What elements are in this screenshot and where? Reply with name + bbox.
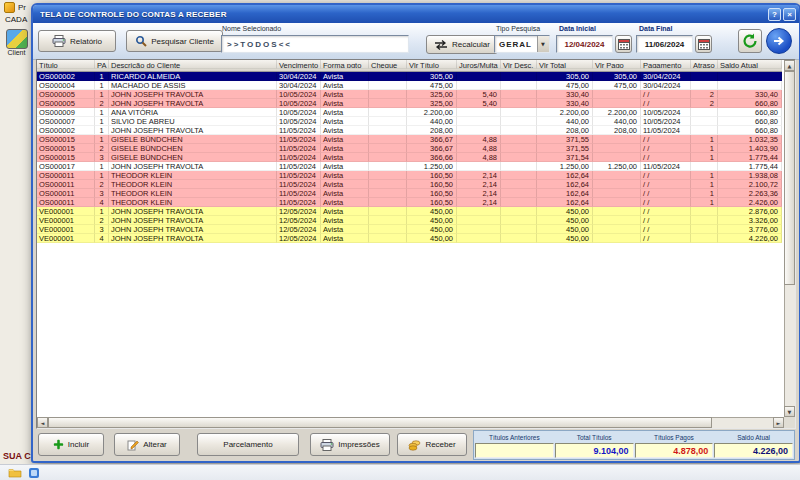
column-header[interactable]: Pagamento xyxy=(641,60,691,69)
column-header[interactable]: Atraso xyxy=(691,60,718,69)
cell: Avista xyxy=(321,90,369,99)
vertical-scroll-thumb[interactable] xyxy=(784,71,795,285)
installments-button[interactable]: Parcelamento xyxy=(197,433,299,456)
horizontal-scrollbar[interactable]: ◄ ► xyxy=(37,417,784,428)
column-header[interactable]: Cheque xyxy=(369,60,407,69)
cell: 11/05/2024 xyxy=(277,153,321,162)
cell: 2.100,72 xyxy=(718,180,782,189)
cell xyxy=(369,171,407,180)
cell: 450,00 xyxy=(407,225,457,234)
include-button[interactable]: Incluir xyxy=(38,433,104,456)
column-header[interactable]: PA xyxy=(95,60,109,69)
table-row[interactable]: OS0000152GISELE BÜNDCHEN11/05/2024Avista… xyxy=(37,144,782,153)
column-header[interactable]: Juros/Multa xyxy=(457,60,501,69)
table-row[interactable]: OS0000071SILVIO DE ABREU10/05/2024Avista… xyxy=(37,117,782,126)
cell xyxy=(501,189,537,198)
taskbar[interactable] xyxy=(0,464,800,480)
cell: 1 xyxy=(95,135,109,144)
cell: 1.250,00 xyxy=(593,162,641,171)
cell xyxy=(691,72,718,81)
cell: 475,00 xyxy=(407,81,457,90)
column-header[interactable]: Título xyxy=(37,60,95,69)
cell xyxy=(501,126,537,135)
table-row[interactable]: OS0000021RICARDO ALMEIDA30/04/2024Avista… xyxy=(37,72,782,81)
app-taskbar-icon[interactable] xyxy=(28,467,40,479)
scroll-left-button[interactable]: ◄ xyxy=(37,417,48,428)
cell xyxy=(369,189,407,198)
table-row[interactable]: OS0000021JOHN JOSEPH TRAVOLTA11/05/2024A… xyxy=(37,126,782,135)
vertical-scrollbar[interactable]: ▲ ▼ xyxy=(784,60,795,417)
column-header[interactable]: Saldo Atual xyxy=(718,60,782,69)
table-row[interactable]: VE0000011JOHN JOSEPH TRAVOLTA12/05/2024A… xyxy=(37,207,782,216)
alter-button[interactable]: Alterar xyxy=(114,433,180,456)
receive-button[interactable]: Receber xyxy=(397,433,467,456)
column-header[interactable]: Forma pgto xyxy=(321,60,369,69)
table-row[interactable]: VE0000013JOHN JOSEPH TRAVOLTA12/05/2024A… xyxy=(37,225,782,234)
table-row[interactable]: OS0000052JOHN JOSEPH TRAVOLTA10/05/2024A… xyxy=(37,99,782,108)
cell xyxy=(691,126,718,135)
cell: 1 xyxy=(691,180,718,189)
end-date-input[interactable]: 11/06/2024 xyxy=(636,35,693,53)
search-client-button[interactable]: Pesquisar Cliente xyxy=(126,30,223,52)
cell: 2 xyxy=(95,216,109,225)
selected-name-input[interactable]: >>TODOS<< xyxy=(221,35,409,53)
cell: 1.938,08 xyxy=(718,171,782,180)
table-row[interactable]: OS0000111THEODOR KLEIN11/05/2024Avista16… xyxy=(37,171,782,180)
cell xyxy=(369,234,407,243)
scroll-right-button[interactable]: ► xyxy=(773,417,784,428)
column-header[interactable]: Vlr Pago xyxy=(593,60,641,69)
cell xyxy=(369,90,407,99)
refresh-button[interactable] xyxy=(738,29,762,53)
column-header[interactable]: Vlr Desc. xyxy=(501,60,537,69)
cell: 4 xyxy=(95,234,109,243)
cell: 660,80 xyxy=(718,108,782,117)
column-header[interactable]: Descrição do Cliente xyxy=(109,60,277,69)
help-button[interactable]: ? xyxy=(768,8,781,21)
scroll-down-button[interactable]: ▼ xyxy=(784,406,795,417)
chevron-down-icon[interactable]: ▼ xyxy=(537,36,549,52)
cell xyxy=(501,144,537,153)
table-row[interactable]: OS0000151GISELE BÜNDCHEN11/05/2024Avista… xyxy=(37,135,782,144)
column-header[interactable]: Vlr Título xyxy=(407,60,457,69)
column-header[interactable]: Vlr Total xyxy=(537,60,593,69)
search-type-select[interactable]: GERAL ▼ xyxy=(494,35,550,53)
report-button[interactable]: Relatório xyxy=(38,30,116,52)
print-button[interactable]: Impressões xyxy=(310,433,390,456)
table-row[interactable]: OS0000153GISELE BÜNDCHEN11/05/2024Avista… xyxy=(37,153,782,162)
end-date-calendar-button[interactable] xyxy=(695,35,712,53)
table-row[interactable]: OS0000112THEODOR KLEIN11/05/2024Avista16… xyxy=(37,180,782,189)
end-date-label: Data Final xyxy=(639,25,672,32)
table-row[interactable]: VE0000014JOHN JOSEPH TRAVOLTA12/05/2024A… xyxy=(37,234,782,243)
cell: Avista xyxy=(321,225,369,234)
search-type-label: Tipo Pesquisa xyxy=(496,25,540,32)
cell: OS000017 xyxy=(37,162,95,171)
table-row[interactable]: OS0000113THEODOR KLEIN11/05/2024Avista16… xyxy=(37,189,782,198)
close-button[interactable]: × xyxy=(783,8,796,21)
cell: 2.263,36 xyxy=(718,189,782,198)
recalculate-button[interactable]: Recalcular xyxy=(426,35,498,54)
clients-toolbar-button[interactable]: Client xyxy=(3,29,30,56)
cell: 2,14 xyxy=(457,180,501,189)
table-row[interactable]: VE0000012JOHN JOSEPH TRAVOLTA12/05/2024A… xyxy=(37,216,782,225)
refresh-icon xyxy=(741,32,759,50)
table-row[interactable]: OS0000114THEODOR KLEIN11/05/2024Avista16… xyxy=(37,198,782,207)
menu-bar-item[interactable]: CADA xyxy=(5,15,27,24)
column-header[interactable]: Vencimento xyxy=(277,60,321,69)
cell: 11/05/2024 xyxy=(641,126,691,135)
scroll-up-button[interactable]: ▲ xyxy=(784,60,795,71)
cell: 1.250,00 xyxy=(537,162,593,171)
table-row[interactable]: OS0000091ANA VITÓRIA10/05/2024Avista2.20… xyxy=(37,108,782,117)
cell: / / xyxy=(641,144,691,153)
start-date-calendar-button[interactable] xyxy=(615,35,632,53)
cell: 30/04/2024 xyxy=(277,72,321,81)
go-button[interactable] xyxy=(766,28,792,54)
title-bar[interactable]: TELA DE CONTROLE DO CONTAS A RECEBER ? × xyxy=(33,5,799,23)
cell xyxy=(593,189,641,198)
start-date-input[interactable]: 12/04/2024 xyxy=(556,35,613,53)
swap-arrows-icon xyxy=(434,40,448,50)
table-row[interactable]: OS0000051JOHN JOSEPH TRAVOLTA10/05/2024A… xyxy=(37,90,782,99)
table-row[interactable]: OS0000041MACHADO DE ASSIS30/04/2024Avist… xyxy=(37,81,782,90)
horizontal-scroll-thumb[interactable] xyxy=(48,417,712,428)
folder-icon[interactable] xyxy=(8,467,22,478)
table-row[interactable]: OS0000171JOHN JOSEPH TRAVOLTA11/05/2024A… xyxy=(37,162,782,171)
